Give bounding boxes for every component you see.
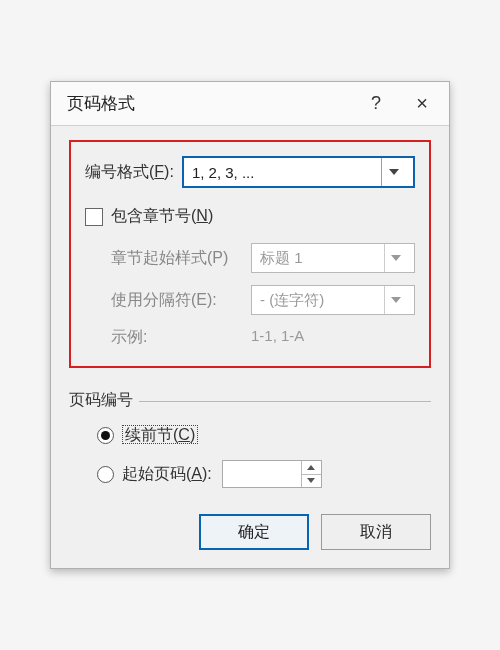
chapter-start-dropdown[interactable]: 标题 1 (251, 243, 415, 273)
page-numbering-fieldset: 页码编号 续前节(C) 起始页码(A): (69, 390, 431, 488)
help-button[interactable]: ? (353, 84, 399, 124)
separator-dropdown[interactable]: - (连字符) (251, 285, 415, 315)
number-format-dropdown[interactable]: 1, 2, 3, ... (182, 156, 415, 188)
dialog-title: 页码格式 (67, 92, 353, 115)
continue-previous-radio[interactable] (97, 427, 114, 444)
close-button[interactable]: × (399, 84, 445, 124)
continue-previous-label: 续前节(C) (122, 425, 198, 446)
spinner-down-button[interactable] (302, 475, 321, 488)
dialog-content: 编号格式(F): 1, 2, 3, ... 包含章节号(N) 章节起始样式(P) (51, 126, 449, 568)
spinner-buttons (301, 461, 321, 487)
close-icon: × (416, 92, 428, 115)
radio-dot-icon (101, 431, 110, 440)
number-format-row: 编号格式(F): 1, 2, 3, ... (85, 156, 415, 188)
chevron-down-icon (384, 286, 406, 314)
page-number-format-dialog: 页码格式 ? × 编号格式(F): 1, 2, 3, ... (50, 81, 450, 569)
chapter-start-row: 章节起始样式(P) 标题 1 (111, 243, 415, 273)
separator-value: - (连字符) (260, 291, 384, 310)
help-icon: ? (371, 93, 381, 114)
chevron-down-icon (384, 244, 406, 272)
start-at-spinner[interactable] (222, 460, 322, 488)
page-numbering-legend: 页码编号 (69, 390, 139, 411)
include-chapter-checkbox[interactable] (85, 208, 103, 226)
start-at-label: 起始页码(A): (122, 464, 212, 485)
number-format-value: 1, 2, 3, ... (192, 164, 381, 181)
chapter-subsection: 章节起始样式(P) 标题 1 使用分隔符(E): - (连字符) (111, 243, 415, 348)
number-format-label: 编号格式(F): (85, 162, 174, 183)
continue-previous-row: 续前节(C) (97, 425, 431, 446)
titlebar: 页码格式 ? × (51, 82, 449, 126)
include-chapter-label: 包含章节号(N) (111, 206, 213, 227)
chevron-down-icon (381, 158, 405, 186)
separator-label: 使用分隔符(E): (111, 290, 251, 311)
cancel-button[interactable]: 取消 (321, 514, 431, 550)
highlight-region: 编号格式(F): 1, 2, 3, ... 包含章节号(N) 章节起始样式(P) (69, 140, 431, 368)
separator-row: 使用分隔符(E): - (连字符) (111, 285, 415, 315)
example-label: 示例: (111, 327, 251, 348)
start-at-row: 起始页码(A): (97, 460, 431, 488)
chapter-start-label: 章节起始样式(P) (111, 248, 251, 269)
example-value: 1-1, 1-A (251, 327, 304, 348)
include-chapter-row: 包含章节号(N) (85, 206, 415, 227)
chapter-start-value: 标题 1 (260, 249, 384, 268)
start-at-input[interactable] (223, 461, 301, 487)
start-at-radio[interactable] (97, 466, 114, 483)
spinner-up-button[interactable] (302, 461, 321, 475)
dialog-buttons: 确定 取消 (69, 514, 431, 550)
ok-button[interactable]: 确定 (199, 514, 309, 550)
page-numbering-options: 续前节(C) 起始页码(A): (97, 425, 431, 488)
example-row: 示例: 1-1, 1-A (111, 327, 415, 348)
